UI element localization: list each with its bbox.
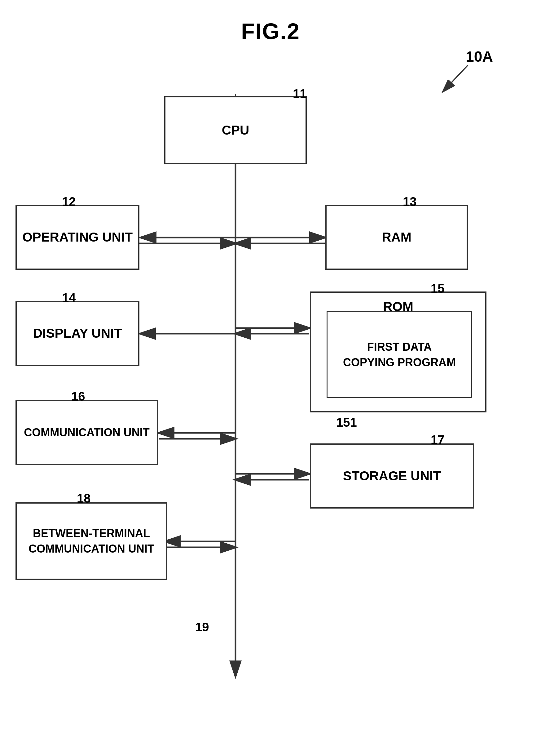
svg-line-4: [443, 65, 468, 91]
ref-19: 19: [195, 620, 209, 634]
rom-box: ROM FIRST DATACOPYING PROGRAM: [310, 291, 486, 412]
cpu-label: CPU: [222, 122, 250, 139]
ref-10a: 10A: [466, 48, 493, 65]
ref-12: 12: [62, 195, 76, 209]
ref-14: 14: [62, 291, 76, 305]
cpu-box: CPU: [164, 96, 307, 164]
ref-11: 11: [293, 87, 307, 101]
operating-unit-box: OPERATING UNIT: [16, 205, 140, 270]
ram-box: RAM: [325, 205, 468, 270]
between-terminal-box: BETWEEN-TERMINALCOMMUNICATION UNIT: [16, 502, 167, 580]
communication-unit-label: COMMUNICATION UNIT: [24, 425, 149, 440]
ref-17: 17: [431, 433, 445, 447]
first-data-label: FIRST DATACOPYING PROGRAM: [343, 339, 456, 371]
storage-unit-box: STORAGE UNIT: [310, 443, 474, 509]
storage-unit-label: STORAGE UNIT: [343, 468, 441, 485]
ref-16: 16: [71, 389, 85, 403]
ref-18: 18: [77, 491, 91, 505]
diagram: FIG.2 10A bus (double arrow) -->: [0, 0, 541, 756]
display-unit-box: DISPLAY UNIT: [16, 301, 140, 366]
communication-unit-box: COMMUNICATION UNIT: [16, 400, 158, 465]
ram-label: RAM: [382, 229, 411, 246]
ref-15: 15: [431, 282, 445, 296]
display-unit-label: DISPLAY UNIT: [33, 325, 122, 342]
ref-13: 13: [403, 195, 417, 209]
between-terminal-label: BETWEEN-TERMINALCOMMUNICATION UNIT: [29, 526, 154, 557]
first-data-copying-box: FIRST DATACOPYING PROGRAM: [326, 311, 472, 398]
ref-151: 151: [336, 416, 357, 429]
operating-unit-label: OPERATING UNIT: [22, 229, 133, 246]
figure-title: FIG.2: [241, 19, 300, 44]
